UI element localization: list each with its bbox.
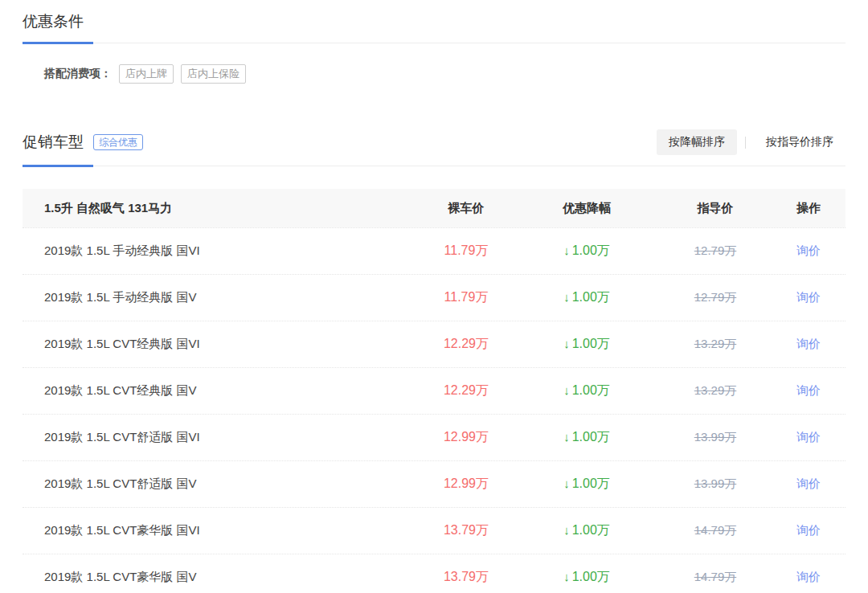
down-arrow-icon: ↓ — [563, 290, 570, 304]
consumption-items-label: 搭配消费项： — [44, 67, 112, 81]
promo-models-table: 1.5升 自然吸气 131马力 裸车价 优惠降幅 指导价 操作 2019款 1.… — [23, 189, 845, 593]
sort-separator — [745, 137, 746, 149]
promo-models-section: 促销车型 综合优惠 按降幅排序 按指导价排序 1.5升 自然吸气 131马力 裸… — [23, 129, 845, 593]
condition-tag-insurance: 店内上保险 — [181, 64, 246, 84]
bare-price: 12.29万 — [418, 336, 514, 353]
down-arrow-icon: ↓ — [563, 523, 570, 537]
guide-price: 14.79万 — [659, 523, 772, 538]
down-arrow-icon: ↓ — [563, 243, 570, 257]
model-name: 2019款 1.5L CVT经典版 国VI — [23, 337, 418, 352]
promo-models-title: 促销车型 — [23, 132, 84, 153]
down-arrow-icon: ↓ — [563, 383, 570, 397]
inquiry-link[interactable]: 询价 — [796, 383, 821, 397]
model-name: 2019款 1.5L 手动经典版 国V — [23, 290, 418, 305]
inquiry-link[interactable]: 询价 — [796, 337, 821, 350]
down-arrow-icon: ↓ — [563, 337, 570, 350]
group-header: 1.5升 自然吸气 131马力 — [23, 201, 418, 216]
accent-underline — [23, 42, 93, 44]
model-name: 2019款 1.5L CVT舒适版 国VI — [23, 430, 418, 445]
inquiry-link[interactable]: 询价 — [796, 523, 821, 537]
guide-price: 13.29万 — [659, 383, 772, 399]
model-row: 2019款 1.5L CVT舒适版 国V 12.99万 ↓1.00万 13.99… — [23, 460, 845, 507]
promo-models-header: 促销车型 综合优惠 按降幅排序 按指导价排序 — [23, 129, 845, 166]
col-bare-price: 裸车价 — [418, 201, 514, 216]
table-header-row: 1.5升 自然吸气 131马力 裸车价 优惠降幅 指导价 操作 — [23, 189, 845, 227]
condition-tag-registration: 店内上牌 — [119, 64, 174, 84]
discount-amount: 1.00万 — [572, 523, 610, 537]
model-row: 2019款 1.5L CVT经典版 国V 12.29万 ↓1.00万 13.29… — [23, 367, 845, 414]
discount-amount: 1.00万 — [572, 337, 610, 350]
discount-amount: 1.00万 — [572, 570, 610, 583]
inquiry-link[interactable]: 询价 — [796, 430, 821, 444]
promo-title-group: 促销车型 综合优惠 — [23, 132, 143, 153]
bare-price: 13.79万 — [418, 569, 514, 586]
model-name: 2019款 1.5L 手动经典版 国VI — [23, 243, 418, 259]
model-row: 2019款 1.5L CVT豪华版 国V 13.79万 ↓1.00万 14.79… — [23, 554, 845, 593]
inquiry-link[interactable]: 询价 — [796, 476, 821, 490]
inquiry-link[interactable]: 询价 — [796, 290, 821, 304]
sort-controls: 按降幅排序 按指导价排序 — [657, 129, 845, 155]
discount-amount: 1.00万 — [572, 476, 610, 490]
guide-price: 14.79万 — [659, 570, 772, 585]
bare-price: 12.99万 — [418, 429, 514, 446]
down-arrow-icon: ↓ — [563, 570, 570, 583]
guide-price: 12.79万 — [659, 290, 772, 305]
model-row: 2019款 1.5L CVT豪华版 国VI 13.79万 ↓1.00万 14.7… — [23, 507, 845, 554]
down-arrow-icon: ↓ — [563, 476, 570, 490]
inquiry-link[interactable]: 询价 — [796, 243, 821, 257]
page: 优惠条件 搭配消费项： 店内上牌 店内上保险 促销车型 综合优惠 按降幅排序 按… — [0, 0, 868, 593]
model-name: 2019款 1.5L CVT豪华版 国VI — [23, 523, 418, 538]
sort-by-guide-price-button[interactable]: 按指导价排序 — [754, 129, 845, 155]
accent-underline — [23, 165, 93, 167]
discount-conditions-title: 优惠条件 — [23, 11, 84, 32]
bare-price: 12.99万 — [418, 476, 514, 493]
comprehensive-discount-badge: 综合优惠 — [93, 134, 143, 150]
guide-price: 12.79万 — [659, 243, 772, 259]
guide-price: 13.29万 — [659, 337, 772, 352]
consumption-items-row: 搭配消费项： 店内上牌 店内上保险 — [23, 64, 845, 84]
model-row: 2019款 1.5L 手动经典版 国V 11.79万 ↓1.00万 12.79万… — [23, 274, 845, 321]
bare-price: 11.79万 — [418, 289, 514, 306]
inquiry-link[interactable]: 询价 — [796, 570, 821, 583]
bare-price: 11.79万 — [418, 243, 514, 260]
discount-conditions-header: 优惠条件 — [23, 0, 845, 43]
down-arrow-icon: ↓ — [563, 430, 570, 444]
model-name: 2019款 1.5L CVT豪华版 国V — [23, 570, 418, 585]
discount-amount: 1.00万 — [572, 243, 610, 257]
bare-price: 13.79万 — [418, 522, 514, 539]
discount-amount: 1.00万 — [572, 430, 610, 444]
col-guide-price: 指导价 — [659, 201, 772, 216]
guide-price: 13.99万 — [659, 430, 772, 445]
model-row: 2019款 1.5L CVT舒适版 国VI 12.99万 ↓1.00万 13.9… — [23, 414, 845, 460]
model-rows: 2019款 1.5L 手动经典版 国VI 11.79万 ↓1.00万 12.79… — [23, 227, 845, 593]
guide-price: 13.99万 — [659, 476, 772, 492]
model-row: 2019款 1.5L CVT经典版 国VI 12.29万 ↓1.00万 13.2… — [23, 321, 845, 367]
col-discount: 优惠降幅 — [514, 201, 659, 216]
bare-price: 12.29万 — [418, 382, 514, 399]
discount-amount: 1.00万 — [572, 290, 610, 304]
discount-amount: 1.00万 — [572, 383, 610, 397]
col-action: 操作 — [772, 201, 845, 216]
model-name: 2019款 1.5L CVT舒适版 国V — [23, 476, 418, 492]
sort-by-discount-button[interactable]: 按降幅排序 — [657, 129, 737, 155]
model-row: 2019款 1.5L 手动经典版 国VI 11.79万 ↓1.00万 12.79… — [23, 227, 845, 274]
model-name: 2019款 1.5L CVT经典版 国V — [23, 383, 418, 399]
